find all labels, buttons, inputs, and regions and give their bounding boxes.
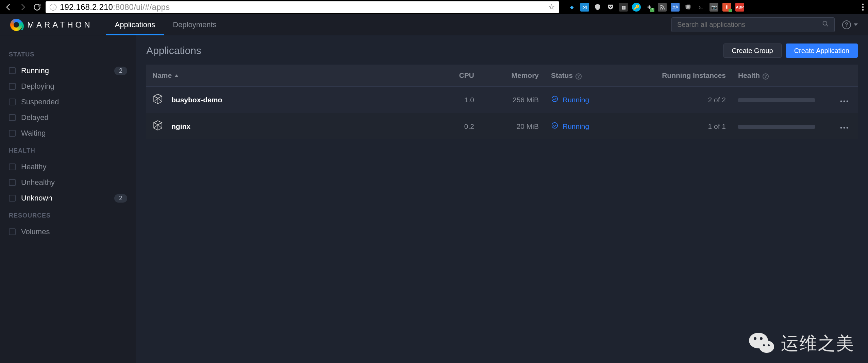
nav-right: ? (671, 17, 858, 32)
pocket-ext-icon[interactable] (606, 3, 615, 12)
puzzle-ext-icon[interactable]: ✚6 (645, 3, 654, 12)
search-icon[interactable] (822, 20, 829, 29)
sidebar-item-suspended[interactable]: Suspended (9, 94, 127, 110)
col-cpu[interactable]: CPU (429, 65, 480, 87)
sidebar-item-label: Running (21, 66, 49, 75)
browser-menu-icon[interactable] (862, 3, 864, 11)
sidebar-item-running[interactable]: Running 2 (9, 63, 127, 79)
download-ext-icon[interactable]: ⬇ (722, 3, 731, 12)
page-title: Applications (146, 45, 201, 56)
sidebar-item-healthy[interactable]: Healthy (9, 159, 127, 175)
help-menu[interactable]: ? (842, 20, 858, 29)
url-bar[interactable]: i 192.168.2.210:8080/ui/#/apps ☆ (46, 1, 559, 13)
sidebar-item-label: Deploying (21, 82, 54, 91)
layout: STATUS Running 2 Deploying Suspended Del… (0, 35, 868, 363)
row-menu-icon[interactable] (840, 96, 848, 104)
col-name[interactable]: Name (146, 65, 429, 87)
extension-bar: ◆ ⋈ ▦ 🔑 ✚6 文A ✺ 🏷 📷 ⬇ ABP (567, 3, 744, 12)
sidebar-item-label: Volumes (21, 227, 50, 236)
app-icon (152, 93, 163, 106)
checkbox-icon[interactable] (9, 195, 16, 202)
running-icon (551, 122, 558, 131)
page-head: Applications Create Group Create Applica… (146, 44, 858, 58)
url-text: 192.168.2.210:8080/ui/#/apps (60, 2, 170, 12)
svg-point-9 (844, 100, 845, 102)
cell-memory: 20 MiB (480, 113, 545, 140)
sidebar-item-label: Unhealthy (21, 178, 55, 187)
checkbox-icon[interactable] (9, 130, 16, 137)
svg-point-21 (763, 344, 765, 346)
checkbox-icon[interactable] (9, 228, 16, 235)
create-application-button[interactable]: Create Application (786, 44, 858, 58)
checkbox-icon[interactable] (9, 179, 16, 186)
health-bar (738, 98, 815, 102)
table-row[interactable]: nginx 0.2 20 MiB Running 1 of 1 (146, 113, 858, 140)
checkbox-icon[interactable] (9, 99, 16, 105)
row-menu-icon[interactable] (840, 122, 848, 130)
browser-bar: i 192.168.2.210:8080/ui/#/apps ☆ ◆ ⋈ ▦ 🔑… (0, 0, 868, 14)
svg-point-19 (754, 337, 756, 340)
brand[interactable]: MARATHON (10, 19, 93, 31)
head-buttons: Create Group Create Application (723, 44, 858, 58)
apps-table: Name CPU Memory Status? Running Instance… (146, 65, 858, 139)
svg-point-22 (768, 344, 770, 346)
col-memory[interactable]: Memory (480, 65, 545, 87)
sidebar-item-unhealthy[interactable]: Unhealthy (9, 175, 127, 190)
svg-point-1 (862, 4, 864, 5)
sidebar-item-unknown[interactable]: Unknown 2 (9, 190, 127, 206)
back-icon[interactable] (4, 3, 13, 12)
app-name: nginx (171, 122, 190, 131)
svg-point-4 (823, 21, 827, 25)
tag-ext-icon[interactable]: 🏷 (697, 3, 705, 12)
table-row[interactable]: busybox-demo 1.0 256 MiB Running 2 of 2 (146, 87, 858, 113)
sidebar: STATUS Running 2 Deploying Suspended Del… (0, 35, 136, 363)
col-status-label: Status (551, 71, 573, 79)
sidebar-item-deploying[interactable]: Deploying (9, 79, 127, 94)
cell-cpu: 0.2 (429, 113, 480, 140)
camera-ext-icon[interactable]: 📷 (710, 3, 718, 12)
col-instances[interactable]: Running Instances (630, 65, 732, 87)
sidebar-item-waiting[interactable]: Waiting (9, 125, 127, 141)
search-input[interactable] (677, 21, 822, 29)
resources-title: RESOURCES (9, 212, 127, 219)
help-icon[interactable]: ? (575, 73, 582, 80)
tab-applications[interactable]: Applications (106, 14, 164, 35)
checkbox-icon[interactable] (9, 83, 16, 90)
key-ext-icon[interactable]: 🔑 (632, 3, 641, 12)
nav-tabs: Applications Deployments (106, 14, 226, 35)
help-icon[interactable]: ? (763, 73, 769, 80)
status-cell: Running (551, 122, 624, 131)
bookmark-star-icon[interactable]: ☆ (548, 3, 555, 12)
status-text: Running (563, 122, 589, 131)
sidebar-item-volumes[interactable]: Volumes (9, 224, 127, 240)
checkbox-icon[interactable] (9, 163, 16, 170)
rss-ext-icon[interactable] (658, 3, 667, 12)
svg-point-0 (660, 8, 661, 10)
checkbox-icon[interactable] (9, 114, 16, 121)
grid-ext-icon[interactable]: ▦ (619, 3, 628, 12)
translate-ext-icon[interactable]: 文A (671, 3, 680, 12)
site-info-icon[interactable]: i (50, 4, 56, 11)
svg-point-16 (847, 127, 848, 128)
abp-ext-icon[interactable]: ABP (735, 3, 744, 12)
col-actions (834, 65, 858, 87)
reload-icon[interactable] (33, 3, 41, 12)
svg-point-13 (552, 123, 558, 128)
ext-badge: 6 (650, 8, 654, 12)
tab-deployments[interactable]: Deployments (164, 14, 225, 35)
sidebar-item-delayed[interactable]: Delayed (9, 110, 127, 125)
forward-icon[interactable] (18, 3, 27, 12)
col-status[interactable]: Status? (545, 65, 630, 87)
cell-instances: 2 of 2 (630, 87, 732, 113)
blue-ext-icon[interactable]: ⋈ (580, 3, 589, 12)
shield-ext-icon[interactable] (593, 3, 602, 12)
checkbox-icon[interactable] (9, 67, 16, 74)
create-group-button[interactable]: Create Group (723, 44, 782, 58)
svg-point-10 (847, 100, 848, 102)
topnav: MARATHON Applications Deployments ? (0, 14, 868, 35)
diamond-ext-icon[interactable]: ◆ (567, 3, 576, 12)
col-health[interactable]: Health? (732, 65, 834, 87)
wechat-icon (748, 331, 775, 356)
search-box[interactable] (671, 17, 835, 32)
gear-ext-icon[interactable]: ✺ (684, 3, 692, 12)
